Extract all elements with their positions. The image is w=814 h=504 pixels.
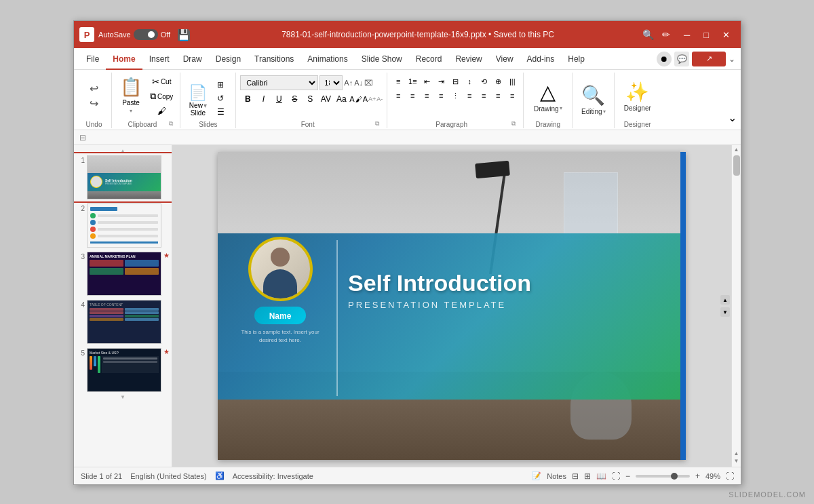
strikethrough-button[interactable]: S [287, 92, 302, 106]
scroll-small-down[interactable]: ▼ [734, 458, 739, 464]
para-expand-btn[interactable]: ⋮ [448, 90, 462, 102]
tab-review[interactable]: Review [448, 48, 488, 70]
align-left-btn[interactable]: ≡ [391, 90, 405, 102]
fit-to-window-icon[interactable]: ⛶ [726, 471, 734, 481]
search-icon[interactable]: 🔍 [642, 29, 654, 40]
autosave-area[interactable]: AutoSave Off [98, 29, 170, 40]
section-button[interactable]: ☰ [211, 106, 230, 118]
font-family-select[interactable]: Calibri [240, 75, 318, 90]
align-right-btn[interactable]: ≡ [420, 90, 433, 102]
tab-design[interactable]: Design [209, 48, 248, 70]
bullets-btn[interactable]: ≡ [391, 75, 405, 88]
font-color-btn[interactable]: A [349, 95, 354, 103]
add-col-btn[interactable]: ||| [505, 75, 519, 88]
clear-format-btn[interactable]: ⌧ [364, 79, 373, 88]
pen-icon[interactable]: ✏ [662, 29, 670, 40]
slide-canvas[interactable]: Name This is a sample text. Insert your … [218, 152, 686, 460]
zoom-thumb[interactable] [671, 473, 678, 480]
paragraph-launcher[interactable]: ⧉ [511, 120, 519, 128]
save-icon[interactable]: 💾 [177, 28, 191, 41]
designer-button[interactable]: ✨ [625, 81, 649, 103]
reset-button[interactable]: ↺ [211, 92, 230, 104]
tab-slideshow[interactable]: Slide Show [355, 48, 409, 70]
para-2-btn[interactable]: ≡ [463, 90, 476, 102]
vertical-scrollbar[interactable]: ▲ ▲ ▼ [731, 145, 741, 467]
slide-5-thumb[interactable]: 5 Market Size & USP [74, 346, 172, 394]
scroll-up-btn[interactable]: ▲ [720, 295, 730, 305]
sidebar-scroll-top[interactable]: ▲ [74, 148, 172, 153]
reading-view-icon[interactable]: 📖 [596, 471, 606, 481]
justify-btn[interactable]: ≡ [434, 90, 448, 102]
zoom-slider[interactable] [636, 475, 690, 478]
text-color-btn[interactable]: A [363, 95, 368, 103]
para-5-btn[interactable]: ≡ [505, 90, 519, 102]
slide-3-thumb[interactable]: 3 ANNUAL MARKETING PLAN ★ [74, 250, 172, 298]
autosave-toggle[interactable] [134, 29, 158, 40]
fit-view-icon[interactable]: ⛶ [612, 471, 620, 481]
para-4-btn[interactable]: ≡ [491, 90, 505, 102]
cut-button[interactable]: ✂Cut [147, 75, 176, 88]
layout-button[interactable]: ⊞ [211, 79, 230, 91]
tab-addins[interactable]: Add-ins [520, 48, 562, 70]
paste-button[interactable]: 📋 Paste ▾ [116, 74, 146, 117]
ribbon-collapse-btn[interactable]: ⌄ [728, 111, 737, 127]
inc-indent-btn[interactable]: ⇥ [434, 75, 448, 88]
shadow-button[interactable]: S [303, 92, 317, 106]
tab-view[interactable]: View [489, 48, 520, 70]
editing-button[interactable]: 🔍 [581, 84, 605, 106]
ribbon-expand-btn[interactable]: ⌄ [729, 54, 735, 64]
tab-home[interactable]: Home [106, 48, 142, 70]
record-btn[interactable]: ⏺ [657, 52, 672, 66]
copy-button[interactable]: ⧉Copy [147, 90, 176, 103]
tab-draw[interactable]: Draw [176, 48, 209, 70]
text-dir-btn[interactable]: ⟲ [477, 75, 490, 88]
drawing-button[interactable]: △ [540, 80, 556, 104]
font-size-smaller-btn[interactable]: A- [376, 96, 383, 102]
zoom-out-btn[interactable]: − [625, 471, 630, 481]
tab-record[interactable]: Record [409, 48, 449, 70]
share-btn[interactable]: ↗ [692, 52, 726, 66]
font-launcher[interactable]: ⧉ [375, 120, 383, 128]
font-size-select[interactable]: 18 [319, 75, 343, 90]
scroll-down-btn[interactable]: ▼ [720, 307, 730, 317]
italic-button[interactable]: I [256, 92, 271, 106]
tab-animations[interactable]: Animations [301, 48, 354, 70]
notes-btn[interactable]: Notes [547, 472, 566, 480]
scroll-thumb[interactable] [733, 155, 740, 176]
scroll-top-arrow[interactable]: ▲ [734, 147, 739, 153]
font-size-larger-btn[interactable]: A+ [368, 96, 376, 102]
font-highlight-btn[interactable]: 🖌 [355, 96, 362, 103]
decrease-font-btn[interactable]: A↓ [354, 79, 363, 87]
col-layout-btn[interactable]: ⊟ [448, 75, 462, 88]
slide-2-thumb[interactable]: 2 [74, 201, 172, 250]
tab-transitions[interactable]: Transitions [248, 48, 301, 70]
underline-button[interactable]: U [271, 92, 286, 106]
format-painter-button[interactable]: 🖌 [147, 104, 176, 117]
line-spacing-btn[interactable]: ↕ [463, 75, 476, 88]
normal-view-icon[interactable]: ⊟ [572, 471, 579, 481]
tab-help[interactable]: Help [561, 48, 592, 70]
comment-btn[interactable]: 💬 [674, 52, 689, 66]
close-button[interactable]: ✕ [717, 28, 735, 41]
numbering-btn[interactable]: 1≡ [406, 75, 419, 88]
bold-button[interactable]: B [240, 92, 255, 106]
increase-font-btn[interactable]: A↑ [344, 79, 353, 87]
quick-access-customize[interactable]: ⊟ [79, 133, 86, 142]
restore-button[interactable]: □ [698, 28, 714, 41]
slide-4-thumb[interactable]: 4 TABLE OF CONTENT [74, 298, 172, 346]
redo-button[interactable]: ↪ [85, 97, 103, 111]
new-slide-button[interactable]: 📄 New ▾ Slide [186, 83, 210, 118]
minimize-button[interactable]: ─ [678, 28, 695, 41]
char-spacing-btn[interactable]: AV [318, 92, 333, 106]
dec-indent-btn[interactable]: ⇤ [420, 75, 433, 88]
change-case-btn[interactable]: Aa [334, 92, 349, 106]
clipboard-launcher[interactable]: ⧉ [169, 120, 176, 128]
accessibility-text[interactable]: Accessibility: Investigate [233, 472, 313, 480]
scroll-small-up[interactable]: ▲ [734, 450, 739, 457]
convert-to-smart-btn[interactable]: ⊕ [491, 75, 505, 88]
slide-sorter-icon[interactable]: ⊞ [584, 471, 591, 481]
tab-file[interactable]: File [79, 48, 106, 70]
tab-insert[interactable]: Insert [142, 48, 176, 70]
sidebar-scroll-bottom[interactable]: ▼ [74, 394, 172, 400]
slide-1-thumb[interactable]: 1 Self Introduction PRESENTATION TEMPLAT… [74, 153, 172, 201]
